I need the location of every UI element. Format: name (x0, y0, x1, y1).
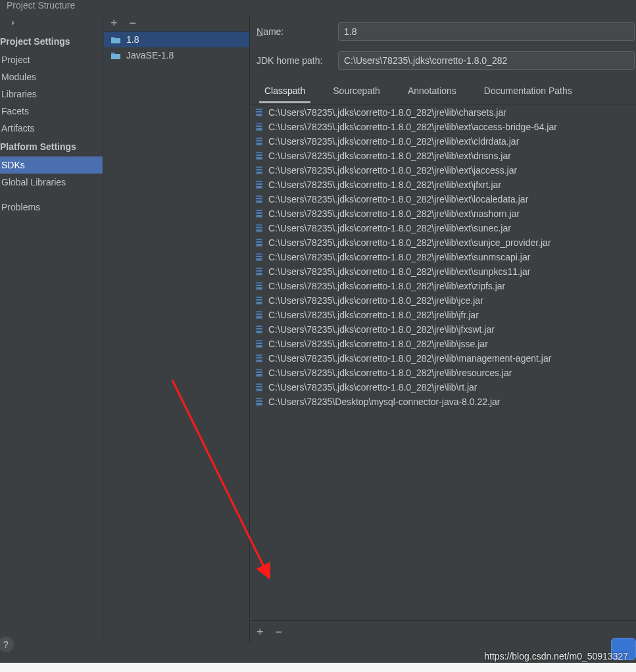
jdk-home-path-input[interactable] (338, 51, 635, 70)
classpath-entry-path: C:\Users\78235\.jdks\corretto-1.8.0_282\… (268, 122, 557, 132)
svg-rect-47 (256, 329, 262, 331)
jar-icon (255, 122, 263, 132)
classpath-entry-path: C:\Users\78235\.jdks\corretto-1.8.0_282\… (268, 295, 483, 306)
classpath-entry[interactable]: C:\Users\78235\.jdks\corretto-1.8.0_282\… (250, 366, 636, 380)
svg-rect-50 (256, 344, 262, 345)
classpath-entry[interactable]: C:\Users\78235\Desktop\mysql-connector-j… (250, 395, 636, 409)
svg-rect-34 (256, 269, 262, 270)
remove-sdk-icon[interactable]: − (130, 17, 137, 29)
jar-icon (255, 252, 263, 262)
help-icon[interactable]: ? (0, 636, 14, 652)
classpath-entry-path: C:\Users\78235\.jdks\corretto-1.8.0_282\… (268, 281, 505, 291)
svg-rect-59 (256, 387, 262, 389)
classpath-list[interactable]: C:\Users\78235\.jdks\corretto-1.8.0_282\… (250, 105, 636, 591)
jar-icon (255, 383, 263, 392)
classpath-entry[interactable]: C:\Users\78235\.jdks\corretto-1.8.0_282\… (250, 163, 636, 178)
classpath-entry[interactable]: C:\Users\78235\.jdks\corretto-1.8.0_282\… (250, 351, 636, 366)
classpath-entry[interactable]: C:\Users\78235\.jdks\corretto-1.8.0_282\… (250, 322, 636, 337)
name-input[interactable] (338, 22, 635, 41)
add-sdk-icon[interactable]: + (110, 17, 118, 29)
sidebar-item-modules[interactable]: Modules (0, 68, 103, 85)
jar-icon (255, 325, 263, 334)
svg-rect-53 (256, 358, 262, 360)
classpath-entry[interactable]: C:\Users\78235\.jdks\corretto-1.8.0_282\… (250, 192, 636, 206)
svg-rect-41 (256, 300, 262, 302)
sidebar-item-global-libraries[interactable]: Global Libraries (0, 174, 103, 191)
jar-icon (255, 151, 263, 160)
sidebar-item-project[interactable]: Project (0, 51, 103, 68)
dialog-title: Project Structure (0, 0, 636, 12)
classpath-entry[interactable]: C:\Users\78235\.jdks\corretto-1.8.0_282\… (250, 105, 636, 120)
sidebar-item-sdks[interactable]: SDKs (0, 156, 103, 174)
sdk-tabs: ClasspathSourcepathAnnotationsDocumentat… (250, 80, 636, 103)
sidebar-item-libraries[interactable]: Libraries (0, 85, 103, 103)
remove-classpath-icon[interactable]: − (276, 626, 283, 638)
classpath-entry[interactable]: C:\Users\78235\.jdks\corretto-1.8.0_282\… (250, 221, 636, 235)
svg-rect-14 (256, 170, 262, 172)
svg-rect-23 (256, 214, 262, 215)
jar-icon (255, 137, 263, 146)
classpath-entry[interactable]: C:\Users\78235\.jdks\corretto-1.8.0_282\… (250, 120, 636, 134)
classpath-entry-path: C:\Users\78235\.jdks\corretto-1.8.0_282\… (268, 180, 501, 190)
classpath-entry[interactable]: C:\Users\78235\.jdks\corretto-1.8.0_282\… (250, 178, 636, 192)
jar-icon (255, 267, 263, 276)
sdk-item[interactable]: JavaSE-1.8 (104, 47, 249, 63)
classpath-entry[interactable]: C:\Users\78235\.jdks\corretto-1.8.0_282\… (250, 149, 636, 163)
classpath-entry-path: C:\Users\78235\Desktop\mysql-connector-j… (268, 396, 501, 407)
svg-rect-2 (256, 112, 262, 114)
sdk-item-label: 1.8 (126, 34, 139, 45)
classpath-entry[interactable]: C:\Users\78235\.jdks\corretto-1.8.0_282\… (250, 380, 636, 395)
sidebar-item-problems[interactable]: Problems (0, 199, 103, 216)
svg-rect-62 (256, 402, 262, 403)
sidebar-item-facets[interactable]: Facets (0, 103, 103, 120)
svg-rect-55 (256, 370, 262, 372)
classpath-entry[interactable]: C:\Users\78235\.jdks\corretto-1.8.0_282\… (250, 279, 636, 293)
tab-annotations[interactable]: Annotations (403, 80, 462, 103)
svg-rect-5 (256, 127, 262, 128)
add-classpath-icon[interactable]: + (257, 626, 264, 638)
classpath-entry[interactable]: C:\Users\78235\.jdks\corretto-1.8.0_282\… (250, 264, 636, 279)
classpath-entry-path: C:\Users\78235\.jdks\corretto-1.8.0_282\… (268, 310, 479, 320)
svg-rect-13 (256, 168, 262, 169)
classpath-entry[interactable]: C:\Users\78235\.jdks\corretto-1.8.0_282\… (250, 206, 636, 221)
classpath-entry-path: C:\Users\78235\.jdks\corretto-1.8.0_282\… (268, 324, 495, 335)
classpath-entry[interactable]: C:\Users\78235\.jdks\corretto-1.8.0_282\… (250, 337, 636, 351)
jar-icon (255, 354, 263, 363)
sdk-list-toolbar: + − (104, 14, 249, 32)
sidebar-item-artifacts[interactable]: Artifacts (0, 120, 103, 137)
jar-icon (255, 281, 263, 291)
svg-rect-37 (256, 283, 262, 285)
svg-rect-22 (256, 211, 262, 212)
back-button[interactable] (0, 14, 103, 32)
jar-icon (255, 224, 263, 233)
jar-icon (255, 108, 263, 117)
arrow-right-icon (5, 19, 17, 27)
classpath-entry[interactable]: C:\Users\78235\.jdks\corretto-1.8.0_282\… (250, 250, 636, 264)
sdk-details-panel: Name: JDK home path: ClasspathSourcepath… (250, 14, 636, 642)
svg-rect-25 (256, 226, 262, 227)
classpath-entry[interactable]: C:\Users\78235\.jdks\corretto-1.8.0_282\… (250, 308, 636, 322)
svg-rect-61 (256, 399, 262, 400)
svg-rect-56 (256, 373, 262, 374)
sdk-item[interactable]: 1.8 (104, 32, 249, 47)
svg-rect-11 (256, 156, 262, 157)
svg-rect-49 (256, 341, 262, 343)
classpath-entry-path: C:\Users\78235\.jdks\corretto-1.8.0_282\… (268, 237, 551, 248)
classpath-entry[interactable]: C:\Users\78235\.jdks\corretto-1.8.0_282\… (250, 293, 636, 308)
classpath-entry-path: C:\Users\78235\.jdks\corretto-1.8.0_282\… (268, 107, 506, 118)
classpath-entry-path: C:\Users\78235\.jdks\corretto-1.8.0_282\… (268, 151, 511, 161)
jar-icon (255, 296, 263, 305)
section-platform-settings: Platform Settings (0, 137, 103, 156)
tab-classpath[interactable]: Classpath (259, 80, 310, 103)
classpath-entry[interactable]: C:\Users\78235\.jdks\corretto-1.8.0_282\… (250, 134, 636, 149)
svg-rect-35 (256, 272, 262, 273)
jar-icon (255, 166, 263, 175)
svg-rect-1 (256, 110, 262, 111)
classpath-entry-path: C:\Users\78235\.jdks\corretto-1.8.0_282\… (268, 223, 511, 233)
classpath-entry[interactable]: C:\Users\78235\.jdks\corretto-1.8.0_282\… (250, 235, 636, 250)
tab-documentation-paths[interactable]: Documentation Paths (479, 80, 577, 103)
tab-sourcepath[interactable]: Sourcepath (328, 80, 385, 103)
classpath-entry-path: C:\Users\78235\.jdks\corretto-1.8.0_282\… (268, 266, 530, 277)
classpath-entry-path: C:\Users\78235\.jdks\corretto-1.8.0_282\… (268, 339, 488, 349)
svg-rect-52 (256, 356, 262, 357)
